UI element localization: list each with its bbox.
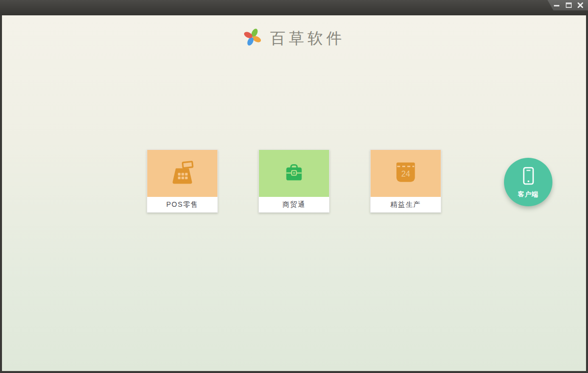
app-window: 百草软件 — [0, 0, 588, 373]
pinwheel-logo-icon — [243, 28, 262, 48]
app-title: 百草软件 — [270, 29, 345, 47]
tile-trade-art — [259, 150, 329, 197]
tile-pos-retail[interactable]: POS零售 — [147, 149, 218, 213]
titlebar — [0, 0, 588, 15]
minimize-icon[interactable] — [553, 2, 560, 8]
tile-lean-production-label: 精益生产 — [371, 197, 441, 212]
client-button[interactable]: 客户端 — [504, 158, 552, 206]
tile-lean-production-art: 24 — [371, 150, 441, 197]
tile-trade-label: 商贸通 — [259, 197, 329, 212]
tile-pos-retail-label: POS零售 — [147, 197, 217, 212]
tile-pos-retail-art — [147, 150, 217, 197]
client-button-label: 客户端 — [518, 190, 539, 199]
briefcase-icon — [281, 160, 307, 187]
calendar-icon: 24 — [392, 159, 420, 188]
tile-trade[interactable]: 商贸通 — [258, 149, 330, 213]
brand-header: 百草软件 — [2, 28, 586, 48]
tile-lean-production[interactable]: 24 精益生产 — [370, 149, 441, 213]
cash-register-icon — [168, 159, 196, 188]
calendar-day-number: 24 — [401, 169, 410, 178]
close-icon[interactable] — [577, 2, 584, 8]
product-tiles: POS零售 商贸通 — [147, 149, 441, 213]
window-controls — [547, 0, 588, 10]
maximize-icon[interactable] — [565, 2, 572, 8]
main-content: 百草软件 — [2, 15, 586, 371]
smartphone-icon — [518, 166, 539, 189]
